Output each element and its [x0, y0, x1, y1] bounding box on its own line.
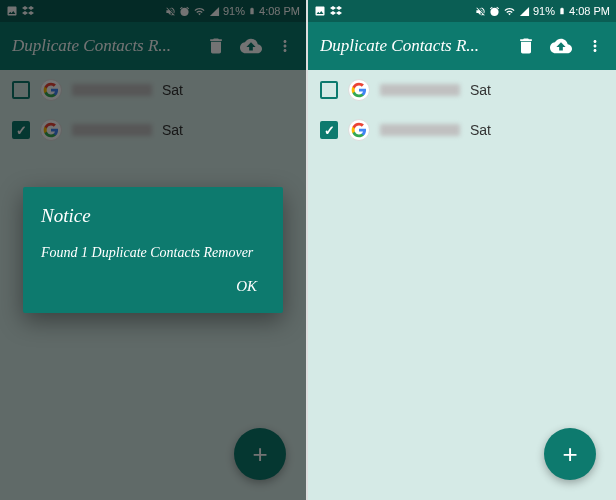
dialog-ok-button[interactable]: OK: [228, 274, 265, 298]
screen-right: 91% 4:08 PM Duplicate Contacts R... Sat: [308, 0, 616, 500]
contact-name-blurred: [380, 84, 460, 96]
mute-icon: [475, 6, 486, 17]
contact-day: Sat: [470, 82, 491, 98]
dialog-title: Notice: [41, 205, 265, 227]
contact-day: Sat: [470, 122, 491, 138]
dropbox-icon: [330, 5, 342, 17]
contact-row[interactable]: Sat: [308, 70, 616, 110]
clock-time: 4:08 PM: [569, 5, 610, 17]
dialog-message: Found 1 Duplicate Contacts Remover: [41, 243, 265, 263]
alarm-icon: [489, 6, 500, 17]
checkbox-checked[interactable]: [320, 121, 338, 139]
battery-icon: [558, 5, 566, 17]
more-icon[interactable]: [586, 36, 604, 56]
contact-row[interactable]: Sat: [308, 110, 616, 150]
signal-icon: [519, 6, 530, 17]
content-area: Sat Sat +: [308, 70, 616, 500]
wifi-icon: [503, 6, 516, 17]
app-bar: Duplicate Contacts R...: [308, 22, 616, 70]
cloud-upload-icon[interactable]: [550, 35, 572, 57]
fab-add[interactable]: +: [544, 428, 596, 480]
image-icon: [314, 5, 326, 17]
contact-name-blurred: [380, 124, 460, 136]
dialog-overlay: Notice Found 1 Duplicate Contacts Remove…: [0, 0, 306, 500]
notice-dialog: Notice Found 1 Duplicate Contacts Remove…: [23, 187, 283, 313]
delete-icon[interactable]: [516, 36, 536, 56]
battery-percent: 91%: [533, 5, 555, 17]
screen-left: 91% 4:08 PM Duplicate Contacts R... Sat: [0, 0, 308, 500]
google-icon: [348, 79, 370, 101]
google-icon: [348, 119, 370, 141]
checkbox-unchecked[interactable]: [320, 81, 338, 99]
status-bar: 91% 4:08 PM: [308, 0, 616, 22]
app-title: Duplicate Contacts R...: [320, 36, 502, 56]
